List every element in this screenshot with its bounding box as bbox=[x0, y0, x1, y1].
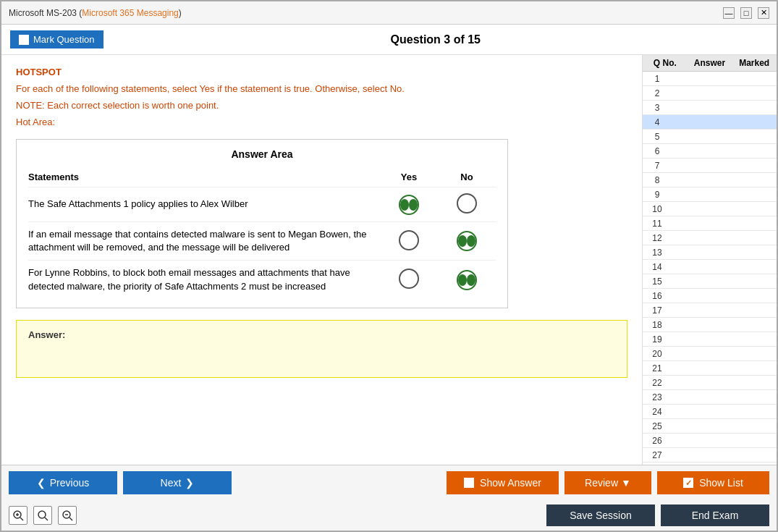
sidebar-row-3[interactable]: 3 bbox=[643, 101, 777, 115]
mark-checkbox-icon bbox=[19, 35, 29, 45]
table-row: If an email message that contains detect… bbox=[28, 221, 496, 260]
statement-text-3: For Lynne Robbins, to block both email m… bbox=[28, 266, 380, 292]
question-title: Question 3 of 15 bbox=[103, 33, 768, 46]
col-no-header: No bbox=[438, 172, 496, 182]
no-radio-button-3[interactable] bbox=[457, 270, 477, 290]
mark-question-label: Mark Question bbox=[33, 34, 95, 45]
no-radio-button-2[interactable] bbox=[457, 231, 477, 251]
sidebar-row-26[interactable]: 26 bbox=[643, 434, 777, 448]
sidebar-row-24[interactable]: 24 bbox=[643, 405, 777, 419]
sidebar-row-13[interactable]: 13 bbox=[643, 245, 777, 260]
sidebar-row-23[interactable]: 23 bbox=[643, 390, 777, 405]
sidebar-row-16[interactable]: 16 bbox=[643, 289, 777, 303]
show-list-label: Show List bbox=[699, 477, 743, 489]
next-label: Next bbox=[161, 477, 182, 489]
question-note: NOTE: Each correct selection is worth on… bbox=[16, 100, 627, 111]
question-type-label: HOTSPOT bbox=[16, 67, 627, 77]
sidebar-row-5[interactable]: 5 bbox=[643, 130, 777, 144]
yes-radio-button-1[interactable] bbox=[399, 195, 419, 215]
sidebar-row-21[interactable]: 21 bbox=[643, 361, 777, 376]
next-arrow-icon: ❯ bbox=[185, 477, 194, 489]
titlebar: Microsoft MS-203 (Microsoft 365 Messagin… bbox=[1, 1, 777, 25]
sidebar-row-7[interactable]: 7 bbox=[643, 159, 777, 173]
no-radio-button-1[interactable] bbox=[457, 193, 477, 214]
sidebar-row-15[interactable]: 15 bbox=[643, 274, 777, 289]
show-answer-label: Show Answer bbox=[480, 477, 541, 489]
answer-table: Statements Yes No The Safe Attachments 1… bbox=[28, 167, 496, 299]
previous-button[interactable]: ❮ Previous bbox=[9, 471, 117, 494]
save-session-label: Save Session bbox=[570, 510, 632, 521]
answer-label: Answer: bbox=[28, 329, 65, 340]
zoom-out-icon bbox=[62, 510, 73, 521]
sidebar-row-14[interactable]: 14 bbox=[643, 260, 777, 274]
sidebar-row-27[interactable]: 27 bbox=[643, 448, 777, 463]
sidebar-scroll[interactable]: 1 2 3 4 5 6 7 8 9 10 11 12 13 14 15 16 1… bbox=[643, 72, 777, 465]
sidebar-row-17[interactable]: 17 bbox=[643, 303, 777, 318]
sidebar-row-22[interactable]: 22 bbox=[643, 376, 777, 390]
save-session-button[interactable]: Save Session bbox=[546, 504, 655, 526]
app-window: Microsoft MS-203 (Microsoft 365 Messagin… bbox=[0, 0, 778, 532]
show-answer-checkbox-icon bbox=[464, 478, 474, 488]
show-list-button[interactable]: ✓ Show List bbox=[657, 471, 769, 494]
table-header: Statements Yes No bbox=[28, 167, 496, 187]
col-yes-header: Yes bbox=[380, 172, 438, 182]
next-button[interactable]: Next ❯ bbox=[123, 471, 232, 494]
answer-section: Answer: bbox=[16, 320, 627, 378]
question-area: HOTSPOT For each of the following statem… bbox=[1, 55, 643, 465]
close-button[interactable]: ✕ bbox=[758, 7, 769, 19]
sidebar-marked-header: Marked bbox=[732, 55, 777, 71]
sidebar-row-20[interactable]: 20 bbox=[643, 347, 777, 361]
bottom-bar: ❮ Previous Next ❯ Show Answer Review ▼ ✓… bbox=[1, 465, 777, 531]
window-controls: — □ ✕ bbox=[723, 7, 769, 19]
sidebar-row-2[interactable]: 2 bbox=[643, 86, 777, 101]
no-radio-3[interactable] bbox=[438, 270, 496, 290]
review-button[interactable]: Review ▼ bbox=[565, 471, 651, 494]
yes-radio-button-2[interactable] bbox=[399, 230, 419, 250]
toolbar: Mark Question Question 3 of 15 bbox=[1, 25, 777, 55]
zoom-out-button[interactable] bbox=[58, 506, 77, 525]
sidebar-row-4[interactable]: 4 bbox=[643, 115, 777, 130]
sidebar-row-9[interactable]: 9 bbox=[643, 187, 777, 202]
end-exam-button[interactable]: End Exam bbox=[661, 504, 769, 526]
end-exam-label: End Exam bbox=[692, 510, 739, 521]
sidebar-row-1[interactable]: 1 bbox=[643, 72, 777, 86]
question-instruction: For each of the following statements, se… bbox=[16, 83, 627, 94]
show-list-checkbox-icon: ✓ bbox=[683, 478, 693, 488]
zoom-reset-icon bbox=[37, 510, 48, 521]
svg-line-7 bbox=[69, 518, 72, 520]
yes-radio-2[interactable] bbox=[380, 230, 438, 253]
sidebar-row-25[interactable]: 25 bbox=[643, 419, 777, 434]
sidebar-row-12[interactable]: 12 bbox=[643, 231, 777, 245]
maximize-button[interactable]: □ bbox=[740, 7, 752, 19]
yes-radio-3[interactable] bbox=[380, 269, 438, 291]
prev-arrow-icon: ❮ bbox=[37, 477, 46, 489]
no-radio-1[interactable] bbox=[438, 193, 496, 216]
sidebar-row-11[interactable]: 11 bbox=[643, 216, 777, 231]
previous-label: Previous bbox=[50, 477, 89, 489]
sidebar-header: Q No. Answer Marked bbox=[643, 55, 777, 72]
sidebar-row-19[interactable]: 19 bbox=[643, 332, 777, 347]
review-arrow-icon: ▼ bbox=[621, 477, 631, 489]
sidebar-row-10[interactable]: 10 bbox=[643, 202, 777, 216]
svg-line-5 bbox=[45, 518, 48, 520]
statement-text-1: The Safe Attachments 1 policy applies to… bbox=[28, 198, 380, 211]
show-answer-button[interactable]: Show Answer bbox=[447, 471, 559, 494]
table-row: For Lynne Robbins, to block both email m… bbox=[28, 260, 496, 298]
zoom-reset-button[interactable] bbox=[33, 506, 52, 525]
sidebar-answer-header: Answer bbox=[688, 55, 732, 71]
main-content: HOTSPOT For each of the following statem… bbox=[1, 55, 777, 465]
sidebar-row-8[interactable]: 8 bbox=[643, 173, 777, 187]
statement-text-2: If an email message that contains detect… bbox=[28, 228, 380, 254]
review-label: Review bbox=[585, 477, 618, 489]
yes-radio-button-3[interactable] bbox=[399, 269, 419, 289]
sidebar-row-18[interactable]: 18 bbox=[643, 318, 777, 332]
table-row: The Safe Attachments 1 policy applies to… bbox=[28, 187, 496, 221]
answer-area-box: Answer Area Statements Yes No The Safe A… bbox=[16, 139, 508, 308]
yes-radio-1[interactable] bbox=[380, 195, 438, 215]
zoom-in-button[interactable] bbox=[9, 506, 28, 525]
no-radio-2[interactable] bbox=[438, 231, 496, 251]
minimize-button[interactable]: — bbox=[723, 7, 735, 19]
answer-area-title: Answer Area bbox=[28, 148, 496, 160]
sidebar-row-6[interactable]: 6 bbox=[643, 144, 777, 159]
mark-question-button[interactable]: Mark Question bbox=[10, 30, 103, 48]
